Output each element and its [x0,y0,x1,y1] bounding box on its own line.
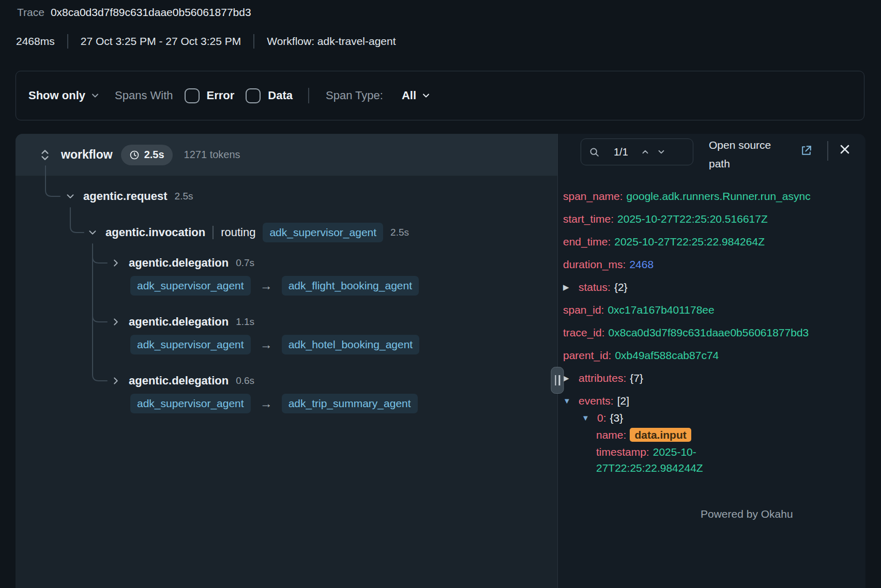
detail-row-event-name: name:data.input [563,427,779,443]
search-next-button[interactable] [657,147,666,157]
chevron-right-icon[interactable] [110,316,121,328]
span-label: agentic.delegation [129,256,229,270]
detail-row-parent-id: parent_id:0xb49af588cab87c74 [563,347,779,363]
detail-key: span_name: [563,190,623,202]
root-token-count: 1271 tokens [184,149,240,161]
detail-key: attributes: [579,372,626,384]
tree-row-agentic-delegation-3[interactable]: agentic.delegation 0.6s [110,372,254,390]
caret-down-icon[interactable]: ▼ [582,410,597,426]
chevron-right-icon[interactable] [110,257,121,269]
error-checkbox[interactable] [185,88,200,103]
panel-resize-handle[interactable] [551,367,564,394]
trace-title: Trace 0x8ca0d3d7f89c631daae0b56061877bd3 [17,6,251,19]
detail-row-events: ▼events:[2] [563,393,779,409]
sort-spans-icon[interactable] [38,148,52,162]
error-label: Error [207,89,235,102]
span-label: agentic.delegation [129,315,229,329]
show-only-dropdown[interactable]: Show only [28,89,100,102]
delegation-agents-3: adk_supervisor_agent → adk_trip_summary_… [130,392,418,415]
chevron-right-icon[interactable] [110,375,121,386]
span-detail-panel: 1/1 Open source path span_name:google.ad… [557,134,865,588]
chevron-down-icon[interactable] [87,227,98,238]
root-duration: 2.5s [144,149,164,161]
agent-badge-from[interactable]: adk_supervisor_agent [130,335,251,354]
span-duration: 1.1s [236,316,254,328]
arrow-right-icon: → [260,337,272,352]
tree-row-agentic-delegation-1[interactable]: agentic.delegation 0.7s [110,254,254,272]
span-tree-panel: workflow 2.5s 1271 tokens [16,134,557,588]
span-duration: 2.5s [175,191,193,202]
agent-badge-from[interactable]: adk_supervisor_agent [130,276,251,296]
external-link-icon[interactable] [800,144,813,157]
span-type-value: All [402,89,416,102]
trace-id: 0x8ca0d3d7f89c631daae0b56061877bd3 [51,6,251,19]
detail-key: timestamp: [596,446,649,458]
data-checkbox[interactable] [246,88,261,103]
detail-row-end-time: end_time:2025-10-27T22:25:22.984264Z [563,234,779,250]
detail-row-event-0: ▼0:{3} [563,410,779,426]
divider [827,141,828,161]
search-icon [589,147,600,158]
divider [308,88,309,103]
span-type-label: Span Type: [326,89,383,102]
detail-value: 0x8ca0d3d7f89c631daae0b56061877bd3 [609,327,809,338]
detail-value: google.adk.runners.Runner.run_async [627,190,811,202]
detail-search-box[interactable]: 1/1 [581,138,693,165]
detail-row-span-name: span_name:google.adk.runners.Runner.run_… [563,188,779,204]
open-source-path-link[interactable]: Open source path [709,136,792,173]
root-span-name: workflow [61,148,113,162]
tree-row-agentic-request[interactable]: agentic.request 2.5s [65,187,193,206]
event-name-badge: data.input [630,428,691,442]
tree-row-agentic-invocation[interactable]: agentic.invocation routing adk_superviso… [87,223,409,242]
close-icon[interactable] [838,142,852,157]
span-attributes-list: span_name:google.adk.runners.Runner.run_… [563,188,779,477]
show-only-label: Show only [28,89,85,102]
agent-badge-to[interactable]: adk_trip_summary_agent [282,394,418,413]
span-type-dropdown[interactable]: All [402,89,431,102]
chevron-down-icon [90,90,100,101]
search-match-count: 1/1 [614,146,628,158]
detail-value: {2} [614,281,628,293]
detail-value: {3} [610,412,624,424]
detail-row-trace-id: trace_id:0x8ca0d3d7f89c631daae0b56061877… [563,324,779,341]
tree-row-agentic-delegation-2[interactable]: agentic.delegation 1.1s [110,313,254,331]
trace-main-panel: workflow 2.5s 1271 tokens [16,134,865,588]
detail-key: status: [579,281,611,293]
caret-right-icon[interactable]: ▶ [563,279,579,295]
delegation-agents-1: adk_supervisor_agent → adk_flight_bookin… [130,274,419,297]
span-label: agentic.invocation [105,226,205,239]
span-duration: 0.6s [236,375,254,386]
detail-key: parent_id: [563,349,611,361]
chevron-down-icon [421,90,431,101]
caret-right-icon[interactable]: ▶ [563,370,579,386]
detail-row-status: ▶status:{2} [563,279,779,295]
detail-key: duration_ms: [563,258,626,270]
agent-badge-to[interactable]: adk_flight_booking_agent [282,276,419,296]
span-tag: routing [221,226,255,239]
data-label: Data [268,89,293,102]
detail-value: 2468 [629,258,654,270]
caret-down-icon[interactable]: ▼ [563,393,579,409]
detail-value: 0xb49af588cab87c74 [615,349,719,361]
root-duration-pill: 2.5s [121,145,173,165]
agent-badge-from[interactable]: adk_supervisor_agent [130,394,251,413]
detail-row-event-timestamp: timestamp:2025-10-27T22:25:22.984244Z [563,444,779,476]
detail-row-attributes: ▶attributes:{7} [563,370,779,386]
detail-key: 0: [597,412,606,424]
chevron-down-icon[interactable] [65,191,76,202]
clock-icon [129,150,140,160]
trace-label: Trace [17,6,44,19]
detail-value: 2025-10-27T22:25:22.984264Z [614,236,765,247]
agent-badge-to[interactable]: adk_hotel_booking_agent [282,335,420,354]
agent-badge[interactable]: adk_supervisor_agent [263,223,383,242]
detail-key: start_time: [563,213,614,225]
trace-time-range: 27 Oct 3:25 PM - 27 Oct 3:25 PM [81,35,241,48]
span-label: agentic.delegation [129,374,229,388]
spans-with-label: Spans With [115,89,173,102]
span-duration: 2.5s [390,227,409,238]
trace-duration: 2468ms [16,35,55,48]
search-prev-button[interactable] [641,147,650,157]
detail-key: events: [579,395,614,407]
arrow-right-icon: → [260,278,272,293]
detail-value: 0xc17a167b401178ee [607,304,714,316]
